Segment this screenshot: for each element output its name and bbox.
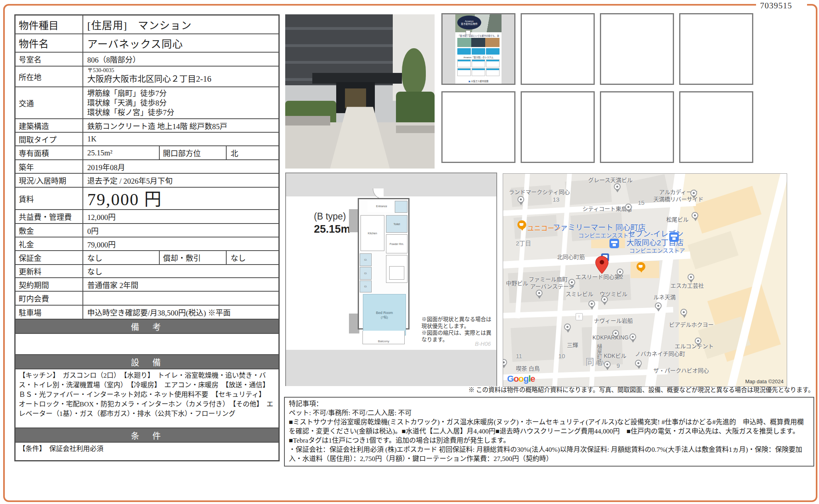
map-pin bbox=[588, 300, 595, 307]
equipment-value: 【キッチン】 ガスコンロ（2口） 【水廻り】 トイレ・浴室乾燥機・追い焚き・バス… bbox=[16, 369, 278, 428]
property-sheet: 7039515 物件種目 [住居用] マンション 物件名 アーバネックス同心 号… bbox=[0, 0, 819, 504]
conditions-value: 【条件】 保証会社利用必須 bbox=[16, 442, 278, 460]
key-money-label: 礼金 bbox=[16, 237, 83, 250]
flyer-system-title: Amazon「置き配」のシステム bbox=[455, 56, 501, 59]
map-zone bbox=[631, 261, 659, 278]
guarantee-value: なし bbox=[83, 251, 159, 264]
row-access: 交通 堺筋線「扇町」徒歩7分 環状線「天満」徒歩8分 環状線「桜ノ宮」徒歩7分 bbox=[16, 86, 278, 118]
property-name-value: アーバネックス同心 bbox=[83, 34, 278, 52]
photo-cell-5 bbox=[441, 91, 515, 163]
floorplan-notes: ※図面が現状と異なる場合は現状優先とします。 ※図面の縮尺は、実際とは異なります… bbox=[421, 316, 495, 343]
photo-cell-1: Amazon 置き配対応物件 「置き配」は家にいても留守の間でも、荷物を配達。 … bbox=[441, 13, 515, 85]
map-pin bbox=[614, 183, 621, 190]
closet-2: Cl. bbox=[360, 267, 372, 280]
contract-value: 普通借家 2年間 bbox=[83, 278, 278, 291]
key-money-value: 79,000円 bbox=[83, 237, 278, 250]
map-label-famille-2: アーバンステージ bbox=[530, 282, 574, 290]
map-pin bbox=[625, 204, 632, 210]
bedroom-size: (7帖) bbox=[381, 315, 388, 319]
map-label-landmark: ランドマークシティ同心 bbox=[509, 188, 570, 196]
row-renewal: 更新料 なし bbox=[16, 264, 278, 277]
facing-value: 北 bbox=[227, 146, 278, 159]
map-copyright: Map data ©2024 bbox=[745, 378, 784, 384]
convenience-store-icon-famima bbox=[609, 239, 619, 248]
map-label-15: 15 bbox=[638, 199, 645, 206]
map-pin bbox=[612, 330, 619, 337]
floorplan-top-band bbox=[286, 173, 496, 196]
map-pin bbox=[604, 361, 611, 368]
notes-line-equipment: ■ミストサウナ付浴室暖房乾燥機(ミストカワック)・ガス温水床暖房(ヌック)・ホー… bbox=[289, 418, 809, 445]
fee-label: 共益費・管理費 bbox=[16, 210, 83, 223]
special-notes: 特記事項： ペット: 不可/事務所: 不可/二人入居: 不可 ■ミストサウナ付浴… bbox=[284, 397, 814, 467]
row-guarantee: 保証金 なし 償却・敷引 なし bbox=[16, 250, 278, 264]
map-pin bbox=[536, 290, 543, 296]
access-line-3: 環状線「桜ノ宮」徒歩7分 bbox=[87, 108, 274, 118]
conditions-header: 条 件 bbox=[16, 428, 278, 442]
map-label-grace: グレース天満ビル bbox=[588, 176, 633, 184]
amazon-flyer: Amazon 置き配対応物件 「置き配」は家にいても留守の間でも、荷物を配達。 … bbox=[443, 14, 514, 84]
photo-cell-2 bbox=[521, 13, 595, 85]
spec-table: 物件種目 [住居用] マンション 物件名 アーバネックス同心 号室名 806（8… bbox=[14, 14, 280, 461]
access-label: 交通 bbox=[16, 87, 83, 118]
layout-value: 1K bbox=[83, 133, 278, 145]
area-value: 25.15m² bbox=[83, 146, 159, 159]
photo-cell-8 bbox=[679, 91, 753, 163]
map-label-elcontent: エルコンテント bbox=[675, 342, 714, 350]
flyer-badge-line2: 置き配対応物件 bbox=[461, 23, 478, 25]
row-parking: 駐車場 申込時空き確認要/月38,500円(税込) ※平面 bbox=[16, 305, 278, 319]
floor-plan: (B type) 25.15m² Entrance Toilet Kitchen… bbox=[285, 173, 497, 386]
notes-line-pets: ペット: 不可/事務所: 不可/二人入居: 不可 bbox=[289, 408, 809, 418]
row-status: 現況/入居時期 退去予定 / 2026年5月下旬 bbox=[16, 173, 278, 187]
map-pin bbox=[568, 279, 575, 286]
photo-cell-4 bbox=[679, 13, 753, 85]
property-type-value: [住居用] マンション bbox=[83, 16, 278, 33]
map-label-seven-sub: コンビニエンスストア bbox=[629, 246, 685, 254]
contract-label: 契約期間 bbox=[16, 278, 83, 291]
facing-label: 開口部方位 bbox=[159, 146, 227, 159]
map-label-sanki: 三輝 bbox=[567, 341, 578, 349]
floorplan-note-1: ※図面が現状と異なる場合は現状優先とします。 bbox=[421, 316, 495, 329]
tree bbox=[402, 48, 426, 94]
amortization-value: なし bbox=[227, 251, 278, 264]
map-label-piadel: ビアデルホクヨー bbox=[669, 320, 714, 328]
map-label-lune: ルネ天満 bbox=[653, 293, 676, 301]
one-way-arrow-icon: ↑ bbox=[576, 313, 583, 320]
floorplan-area: 25.15m² bbox=[314, 223, 354, 235]
address-text: 大阪府大阪市北区同心２丁目2-16 bbox=[87, 74, 274, 84]
floorplan-type: (B type) bbox=[314, 211, 346, 222]
cafe-icon bbox=[637, 262, 645, 271]
property-type-label: 物件種目 bbox=[16, 16, 83, 33]
remarks-value bbox=[16, 333, 278, 354]
bathtub bbox=[389, 266, 404, 280]
row-room: 号室名 806（8階部分） bbox=[16, 52, 278, 66]
closet-1: Cl. bbox=[360, 253, 372, 266]
layout-label: 間取タイプ bbox=[16, 133, 83, 145]
row-area: 専有面積 25.15m² 開口部方位 北 bbox=[16, 145, 278, 159]
map-pin bbox=[692, 212, 698, 219]
photo-cell-3 bbox=[600, 13, 674, 85]
map-pin bbox=[688, 274, 694, 280]
map-label-esca: エスカ工芸社 bbox=[670, 281, 704, 289]
access-value: 堺筋線「扇町」徒歩7分 環状線「天満」徒歩8分 環状線「桜ノ宮」徒歩7分 bbox=[83, 87, 278, 118]
photo-cell-6 bbox=[521, 91, 595, 163]
parking-value: 申込時空き確認要/月38,500円(税込) ※平面 bbox=[83, 306, 278, 319]
structure-value: 鉄筋コンクリート造 地上14階 総戸数85戸 bbox=[83, 119, 278, 132]
room-entrance: Entrance bbox=[368, 200, 396, 212]
map-pin bbox=[617, 269, 623, 275]
row-contract: 契約期間 普通借家 2年間 bbox=[16, 277, 278, 291]
google-logo: Google bbox=[507, 374, 535, 384]
map-label-nakano: 中野ビル bbox=[506, 279, 528, 287]
access-line-1: 堺筋線「扇町」徒歩7分 bbox=[87, 89, 274, 98]
map-pin bbox=[680, 309, 687, 316]
flyer-logo: ▣ 大阪ガス都市開発 bbox=[455, 80, 501, 83]
map-label-famima-sub: コンビニエンスストア bbox=[578, 231, 634, 239]
planter-wall-left bbox=[285, 116, 330, 125]
closet-3: Cl. bbox=[360, 280, 372, 292]
room-kitchen: Kitchen bbox=[361, 215, 384, 251]
planter-wall-right bbox=[396, 126, 435, 133]
rent-value: 79,000 円 bbox=[83, 188, 278, 209]
row-association: 町内会費 bbox=[16, 291, 278, 305]
address-value: 〒530-0035 大阪府大阪市北区同心２丁目2-16 bbox=[83, 67, 278, 86]
parking-label: 駐車場 bbox=[16, 306, 83, 319]
row-built: 築年 2019年08月 bbox=[16, 159, 278, 173]
